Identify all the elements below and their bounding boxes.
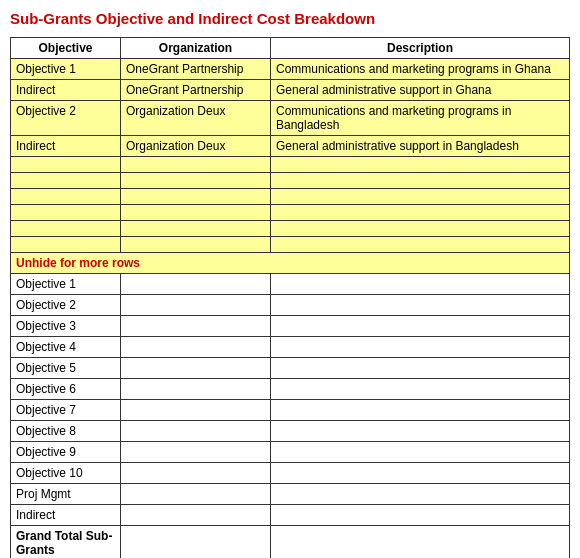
list-item: Objective 2 (11, 295, 570, 316)
row-col2 (121, 505, 271, 526)
cell-description: Communications and marketing programs in… (271, 101, 570, 136)
row-col3 (271, 337, 570, 358)
list-item: Objective 7 (11, 400, 570, 421)
row-col3 (271, 295, 570, 316)
grand-total-row: Grand Total Sub-Grants (11, 526, 570, 559)
table-row: Indirect OneGrant Partnership General ad… (11, 80, 570, 101)
grand-total-label: Grand Total Sub-Grants (11, 526, 121, 559)
row-col2 (121, 400, 271, 421)
row-col2 (121, 295, 271, 316)
list-item: Indirect (11, 505, 570, 526)
row-col3 (271, 379, 570, 400)
list-item: Objective 9 (11, 442, 570, 463)
list-item: Objective 10 (11, 463, 570, 484)
unhide-link[interactable]: Unhide for more rows (16, 256, 140, 270)
row-col3 (271, 442, 570, 463)
empty-row (11, 237, 570, 253)
empty-row (11, 189, 570, 205)
row-col2 (121, 421, 271, 442)
unhide-label[interactable]: Unhide for more rows (11, 253, 570, 274)
cell-objective: Indirect (11, 80, 121, 101)
table-row: Objective 1 OneGrant Partnership Communi… (11, 59, 570, 80)
row-label: Objective 5 (11, 358, 121, 379)
cell-description: General administrative support in Ghana (271, 80, 570, 101)
cell-description: Communications and marketing programs in… (271, 59, 570, 80)
table-header-row: Objective Organization Description (11, 38, 570, 59)
row-col3 (271, 400, 570, 421)
empty-row (11, 157, 570, 173)
table-row: Indirect Organization Deux General admin… (11, 136, 570, 157)
row-label: Proj Mgmt (11, 484, 121, 505)
row-col3 (271, 463, 570, 484)
empty-row (11, 205, 570, 221)
table-row: Objective 2 Organization Deux Communicat… (11, 101, 570, 136)
list-item: Objective 1 (11, 274, 570, 295)
empty-row (11, 221, 570, 237)
cell-description: General administrative support in Bangla… (271, 136, 570, 157)
row-col2 (121, 442, 271, 463)
cell-organization: Organization Deux (121, 101, 271, 136)
cell-objective: Objective 2 (11, 101, 121, 136)
row-col3 (271, 274, 570, 295)
row-label: Objective 6 (11, 379, 121, 400)
list-item: Objective 5 (11, 358, 570, 379)
cell-organization: Organization Deux (121, 136, 271, 157)
page-title: Sub-Grants Objective and Indirect Cost B… (10, 10, 570, 27)
list-item: Objective 6 (11, 379, 570, 400)
row-col2 (121, 358, 271, 379)
unhide-row[interactable]: Unhide for more rows (11, 253, 570, 274)
cell-objective: Objective 1 (11, 59, 121, 80)
row-label: Objective 3 (11, 316, 121, 337)
list-item: Objective 8 (11, 421, 570, 442)
row-label: Objective 1 (11, 274, 121, 295)
grand-total-col3 (271, 526, 570, 559)
row-col3 (271, 484, 570, 505)
header-organization: Organization (121, 38, 271, 59)
row-label: Objective 2 (11, 295, 121, 316)
empty-row (11, 173, 570, 189)
list-item: Objective 3 (11, 316, 570, 337)
row-label: Objective 10 (11, 463, 121, 484)
row-label: Indirect (11, 505, 121, 526)
row-label: Objective 7 (11, 400, 121, 421)
row-col3 (271, 316, 570, 337)
row-col2 (121, 337, 271, 358)
grand-total-col2 (121, 526, 271, 559)
row-col2 (121, 379, 271, 400)
row-col2 (121, 463, 271, 484)
row-col3 (271, 505, 570, 526)
list-item: Proj Mgmt (11, 484, 570, 505)
list-item: Objective 4 (11, 337, 570, 358)
row-col2 (121, 274, 271, 295)
main-table: Objective Organization Description Objec… (10, 37, 570, 558)
row-col2 (121, 316, 271, 337)
row-label: Objective 9 (11, 442, 121, 463)
row-label: Objective 8 (11, 421, 121, 442)
row-col3 (271, 358, 570, 379)
cell-organization: OneGrant Partnership (121, 59, 271, 80)
header-objective: Objective (11, 38, 121, 59)
cell-organization: OneGrant Partnership (121, 80, 271, 101)
row-col3 (271, 421, 570, 442)
header-description: Description (271, 38, 570, 59)
row-col2 (121, 484, 271, 505)
cell-objective: Indirect (11, 136, 121, 157)
row-label: Objective 4 (11, 337, 121, 358)
